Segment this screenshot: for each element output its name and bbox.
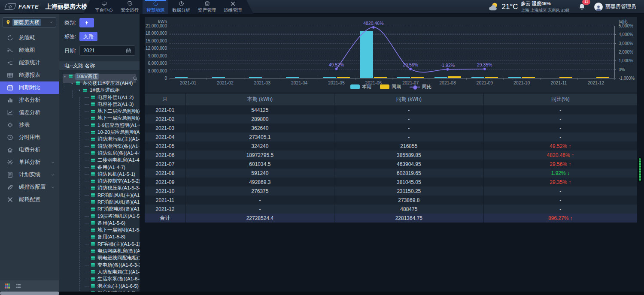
tree-node[interactable]: 消防潜污泵(备)(A1-4-4-2) [59,143,140,150]
top-nav-item[interactable]: 资产管理 [194,0,220,14]
circuit-node-icon [90,228,96,233]
tree-node[interactable]: 19层咨询机房(A1-5-5) [59,213,140,220]
table-row: 2021-08591240602819.651.92% ↓ [145,169,637,178]
sidebar-item[interactable]: 同期对比 [0,81,59,94]
circuit-node-icon [90,165,96,170]
tree-node[interactable]: 地下二层应急照明(A1-4-1) [59,108,140,114]
cell-month: 2021-12 [145,205,185,214]
sidebar-item[interactable]: 总能耗 [0,32,59,44]
circuit-node-icon [90,186,96,191]
sidebar-item[interactable]: 能源报表 [0,69,59,81]
sidebar-footer [0,280,59,292]
expand-arrow-icon[interactable]: ▾ [77,88,82,92]
circuit-node-icon [90,220,96,226]
tag-branch-chip[interactable]: 支路 [79,32,97,41]
tree-node[interactable]: 人防配电箱(主)(A1-6-4-1) [59,268,140,275]
chevron-down-icon [51,160,55,165]
top-nav-item[interactable]: 智慧能源 [143,0,168,14]
sidebar-item[interactable]: 电费分析 [0,144,59,156]
cell-month: 2021-03 [145,123,185,132]
date-label: 日期: [64,47,76,54]
sidebar-item[interactable]: 能流图 [0,44,59,57]
tree-node[interactable]: ▾1#低压进线柜 [59,87,140,94]
circuit-node-icon [90,109,96,114]
circuit-node-icon [90,207,96,212]
apps-grid-icon[interactable] [4,283,10,289]
tree-node[interactable]: RF消防风机(主)(A1-5-3-2) [59,192,140,199]
cell-month: 2021-01 [145,105,185,114]
yoy-point [483,68,486,70]
tree-node[interactable]: 电信网络机房(备)(A1-6-2) [59,247,140,254]
vertical-scrollbar[interactable] [638,157,642,182]
location-pin-icon [6,20,11,25]
sidebar-item[interactable]: 计划实绩 [0,169,59,181]
horizontal-scrollbar[interactable] [0,292,59,295]
tree-node[interactable]: 电容补偿2(A1-3) [59,101,140,108]
sidebar-item[interactable]: 能耗配置 [0,193,59,206]
cell-yoy: - [483,205,637,214]
building-selector[interactable]: 丽婴房大楼 [3,17,56,27]
tree-node[interactable]: 电容补偿1(A1-2) [59,94,140,101]
tree-node[interactable]: 备用(A1-5-8) [59,234,140,241]
expand-arrow-icon[interactable]: ▾ [63,75,67,78]
tree-node[interactable]: 消防稳压泵(A1-5-3-1) [59,185,140,192]
cell-previous: 602819.65 [334,169,484,178]
cell-month: 2021-11 [145,196,185,205]
list-view-icon[interactable] [15,283,21,289]
user-menu[interactable]: 丽婴房管理员 [594,3,636,11]
tree-node[interactable]: 潜水泵(主)(A1-6-5) [59,283,140,289]
ranking-icon [7,97,13,103]
tree-node[interactable]: 地下一层应急照明(A1-4-2) [59,115,140,122]
notifications-button[interactable]: 11 [578,3,586,10]
chevron-down-icon [51,173,55,177]
sidebar-item[interactable]: 能源统计 [0,57,59,69]
circuit-node-icon [90,235,96,240]
expand-arrow-icon[interactable]: ▾ [70,81,74,85]
sidebar-item[interactable]: 排名分析 [0,94,59,106]
tree-node[interactable]: 消防控制室(A1-5-2) [59,178,140,184]
tree-node[interactable]: 变电所(备)(A1-6-3-2) [59,262,140,268]
legend-item[interactable]: 同比 [410,84,431,90]
cell-current: 324240 [185,141,334,151]
tree-node[interactable]: ▾10kV高压 [59,73,140,80]
tree-node[interactable]: 生活水泵(备)(A1-6-4-2) [59,276,140,283]
tree-node[interactable]: RF客梯(主)(A1-6-1) [59,241,140,247]
tree-node[interactable]: 消防风机(A1-5-1) [59,171,140,178]
top-nav-item[interactable]: 安全运行 [117,0,143,14]
sidebar-item[interactable]: 抄表 [0,119,59,131]
tree-node[interactable]: 地下一层照明(A1-5-7) [59,227,140,234]
top-nav-item[interactable]: 数据分析 [168,0,194,14]
legend-item[interactable]: 同期 [380,84,401,90]
trend-icon [7,109,13,116]
yoy-point [409,68,412,70]
top-nav-item[interactable]: 平台中心 [91,0,117,14]
cell-yoy: - [483,187,637,196]
sidebar-item[interactable]: 分时用电 [0,131,59,144]
tree-node[interactable]: 1-9层应急照明(A1-4-3-1) [59,122,140,129]
tree-node[interactable]: 备用(A1-5-6) [59,220,140,226]
yoy-annotation: 49.52% [329,62,344,67]
tree-node[interactable]: ▾办公楼11#变压器(AH4) [59,80,140,87]
cell-yoy: - [483,196,637,205]
tree-node[interactable]: 10-20层应急照明(A1-4-3-2) [59,129,140,135]
date-picker[interactable] [79,45,135,56]
tree-node[interactable]: 消防泵房(备)(A1-4-5) [59,150,140,157]
date-input[interactable] [83,48,118,54]
legend-item[interactable]: 本期 [350,84,371,90]
tree-node[interactable]: 消防潜污泵(主)(A1-4-4-1) [59,136,140,143]
tree-node[interactable]: RF消防电梯(备)(A1-5-4-2) [59,206,140,213]
top-nav-item[interactable]: 运维管理 [220,0,246,14]
yoy-annotation: 29.56% [403,62,418,67]
tree-node[interactable]: 弱电进线间配电柜(主)(A1-6 [59,255,140,262]
tree-node[interactable]: 二楼弱电机房(A1-4-6) [59,157,140,164]
table-header-cell: 同比(%) [483,93,637,105]
horizontal-scrollbar-track [0,292,644,295]
category-electricity-chip[interactable] [79,18,94,27]
tree-node[interactable]: 备用(A1-4-7) [59,164,140,171]
cell-previous: 488475 [334,205,484,214]
sidebar-item[interactable]: 碳排放配置 [0,181,59,193]
sidebar-item[interactable]: 单耗分析 [0,156,59,169]
tree-node[interactable]: RF消防风机(备)(A1-5-4-1) [59,199,140,205]
sidebar-item[interactable]: 偏差分析 [0,106,59,119]
circuit-node-icon [90,193,96,198]
